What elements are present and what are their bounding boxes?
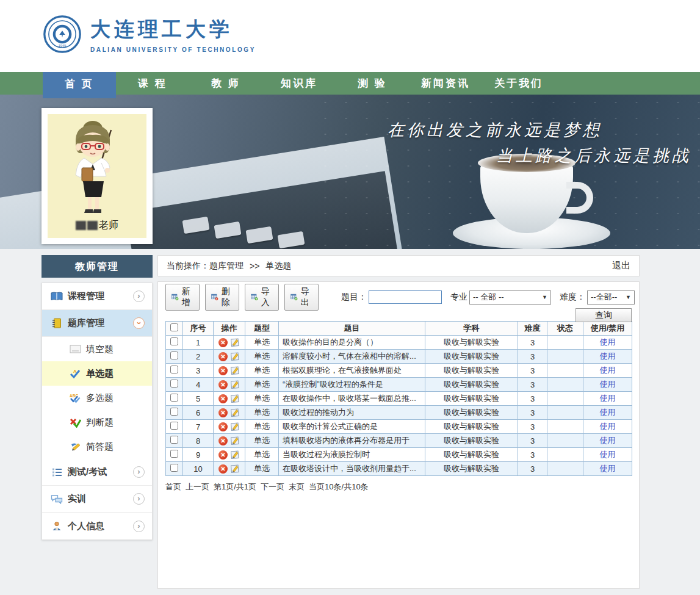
- edit-icon[interactable]: [230, 380, 240, 389]
- table-row: 3 ✕ 单选 根据双膜理论，在气液接触界面处 吸收与解吸实验 3 使用: [166, 364, 632, 378]
- pagination-prev[interactable]: 上一页: [186, 481, 209, 492]
- import-table-icon: [251, 292, 258, 302]
- delete-icon[interactable]: ✕: [218, 394, 228, 403]
- pagination-next[interactable]: 下一页: [261, 481, 284, 492]
- row-type: 单选: [245, 364, 279, 378]
- row-checkbox[interactable]: [170, 366, 178, 373]
- breadcrumb-page[interactable]: 单选题: [265, 261, 291, 272]
- row-checkbox[interactable]: [170, 394, 178, 402]
- delete-icon[interactable]: ✕: [218, 422, 228, 431]
- row-no: 8: [183, 434, 214, 448]
- row-status: [547, 462, 583, 476]
- row-status: [547, 336, 583, 350]
- use-toggle-link[interactable]: 使用: [600, 408, 616, 417]
- edit-icon[interactable]: [230, 436, 240, 445]
- delete-icon[interactable]: ✕: [218, 380, 228, 389]
- nav-item[interactable]: 关于我们: [482, 72, 555, 95]
- row-checkbox[interactable]: [170, 464, 178, 472]
- delete-icon[interactable]: ✕: [218, 408, 228, 417]
- delete-icon[interactable]: ✕: [218, 366, 228, 375]
- edit-icon[interactable]: [230, 337, 240, 347]
- sidebar-item[interactable]: 测试/考试 ›: [42, 459, 152, 486]
- title-search-input[interactable]: [369, 290, 442, 304]
- exam-list-icon: [49, 467, 64, 477]
- table-row: 7 ✕ 单选 吸收率的计算公式正确的是 吸收与解吸实验 3 使用: [166, 420, 632, 434]
- row-difficulty: 3: [518, 448, 547, 462]
- chevron-circle-icon: ›: [133, 466, 145, 478]
- nav-item[interactable]: 新闻资讯: [409, 72, 482, 95]
- use-toggle-link[interactable]: 使用: [600, 464, 616, 473]
- sidebar-item[interactable]: 题库管理 ›: [42, 310, 152, 337]
- col-header-subject: 学科: [425, 322, 518, 336]
- difficulty-select[interactable]: --全部-- ▼: [587, 290, 635, 305]
- row-type: 单选: [245, 448, 279, 462]
- import-button[interactable]: 导入: [245, 284, 279, 311]
- edit-icon[interactable]: [230, 352, 240, 361]
- sidebar-subitem[interactable]: 判断题: [42, 410, 152, 435]
- sidebar-item[interactable]: 课程管理 ›: [42, 283, 152, 310]
- pagination-last[interactable]: 末页: [289, 481, 305, 492]
- row-checkbox[interactable]: [170, 352, 178, 359]
- row-checkbox[interactable]: [170, 450, 178, 458]
- sidebar-subitem[interactable]: ABC 多选题: [42, 386, 152, 410]
- nav-item[interactable]: 测 验: [336, 72, 409, 95]
- use-toggle-link[interactable]: 使用: [600, 337, 616, 347]
- question-bank-icon: [49, 318, 64, 328]
- nav-item[interactable]: 知识库: [262, 72, 336, 95]
- logout-link[interactable]: 退出: [612, 260, 630, 272]
- edit-icon[interactable]: [230, 422, 240, 431]
- row-checkbox[interactable]: [170, 337, 178, 345]
- pagination-count: 当页10条/共10条: [309, 481, 369, 492]
- use-toggle-link[interactable]: 使用: [600, 394, 616, 403]
- table-row: 8 ✕ 单选 填料吸收塔内的液体再分布器是用于 吸收与解吸实验 3 使用: [166, 434, 632, 448]
- course-book-icon: [49, 292, 64, 301]
- use-toggle-link[interactable]: 使用: [600, 422, 616, 431]
- row-checkbox[interactable]: [170, 408, 178, 416]
- edit-icon[interactable]: [230, 464, 240, 474]
- export-button[interactable]: 导出: [284, 284, 319, 311]
- delete-icon[interactable]: ✕: [218, 338, 228, 347]
- sidebar-item[interactable]: 实训 ›: [42, 486, 152, 513]
- university-logo: 1949 大连理工大学 DALIAN UNIVERSITY OF TECHNOL…: [43, 15, 256, 54]
- toolbar: 新增 删除 导入: [165, 288, 632, 306]
- row-difficulty: 3: [518, 462, 547, 476]
- row-checkbox[interactable]: [170, 436, 178, 444]
- edit-icon[interactable]: [230, 450, 240, 460]
- row-status: [547, 420, 583, 434]
- delete-icon[interactable]: ✕: [218, 352, 228, 361]
- delete-icon[interactable]: ✕: [218, 464, 228, 474]
- delete-icon[interactable]: ✕: [218, 436, 228, 445]
- sidebar-item[interactable]: 个人信息 ›: [42, 513, 152, 539]
- row-subject: 吸收与解吸实验: [425, 406, 518, 420]
- edit-icon[interactable]: [230, 366, 240, 375]
- nav-item[interactable]: 首 页: [43, 72, 116, 98]
- row-no: 9: [183, 448, 214, 462]
- use-toggle-link[interactable]: 使用: [600, 436, 616, 445]
- sidebar-subitem[interactable]: 填空题: [42, 337, 152, 361]
- use-toggle-link[interactable]: 使用: [600, 380, 616, 389]
- query-button[interactable]: 查询: [576, 308, 632, 322]
- edit-icon[interactable]: [230, 408, 240, 417]
- select-all-checkbox[interactable]: [170, 323, 178, 331]
- row-title: 吸收过程的推动力为: [279, 406, 425, 420]
- sidebar-subitem[interactable]: 简答题: [42, 435, 152, 459]
- delete-button[interactable]: 删除: [205, 284, 239, 311]
- add-button[interactable]: 新增: [165, 284, 200, 311]
- use-toggle-link[interactable]: 使用: [600, 450, 616, 459]
- breadcrumb-module[interactable]: 题库管理: [209, 261, 244, 272]
- row-difficulty: 3: [518, 420, 547, 434]
- row-status: [547, 364, 583, 378]
- delete-icon[interactable]: ✕: [218, 450, 228, 460]
- row-checkbox[interactable]: [170, 380, 178, 388]
- sidebar-subitem[interactable]: A 单选题: [42, 361, 152, 386]
- use-toggle-link[interactable]: 使用: [600, 352, 616, 361]
- major-select[interactable]: -- 全部 -- ▼: [469, 290, 551, 305]
- pagination-first[interactable]: 首页: [165, 481, 181, 492]
- use-toggle-link[interactable]: 使用: [600, 366, 616, 375]
- nav-item[interactable]: 课 程: [116, 72, 189, 95]
- row-checkbox[interactable]: [170, 422, 178, 430]
- edit-icon[interactable]: [230, 394, 240, 403]
- col-header-status: 状态: [547, 322, 583, 336]
- row-type: 单选: [245, 406, 279, 420]
- nav-item[interactable]: 教 师: [189, 72, 262, 95]
